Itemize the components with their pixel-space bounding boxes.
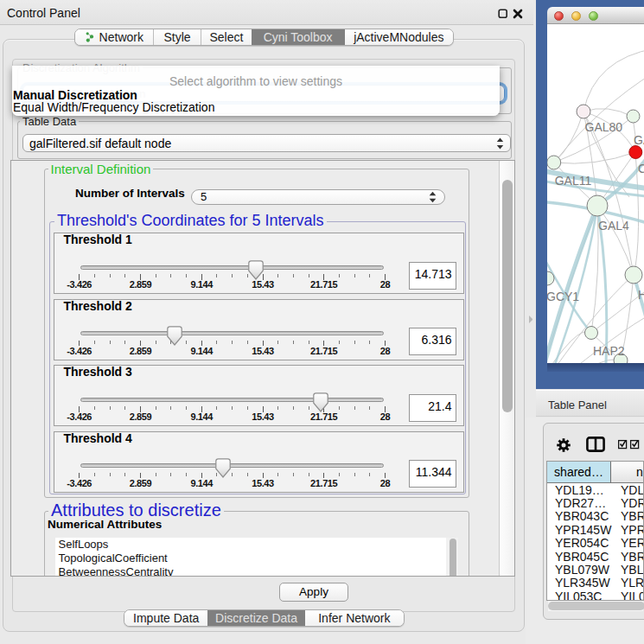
svg-text:HAP2: HAP2 — [593, 344, 625, 358]
svg-text:GA: GA — [634, 133, 644, 147]
svg-text:GAL80: GAL80 — [585, 120, 623, 134]
svg-text:GAL4: GAL4 — [598, 219, 629, 233]
svg-text:H: H — [638, 288, 644, 302]
svg-text:GAL11: GAL11 — [555, 174, 592, 188]
svg-text:C: C — [638, 162, 644, 175]
svg-text:GCY1: GCY1 — [547, 290, 579, 303]
